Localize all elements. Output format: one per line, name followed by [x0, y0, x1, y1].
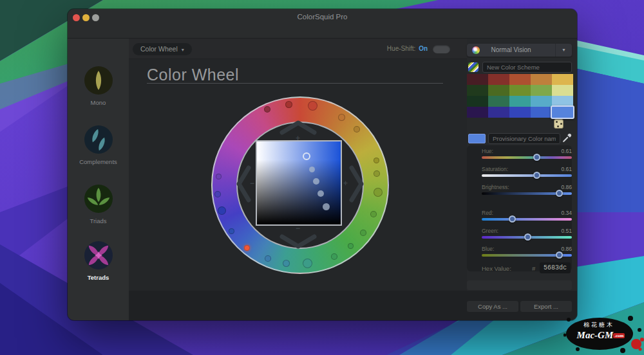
sidebar-item-label: Mono	[68, 99, 129, 106]
swatch[interactable]	[531, 74, 552, 85]
wheel-color-dot[interactable]	[374, 158, 379, 163]
app-window: ColorSquid Pro Mono Complement	[68, 9, 577, 320]
nudge-up-icon[interactable]	[279, 120, 317, 135]
sidebar-item-label: Triads	[68, 217, 129, 224]
wheel-color-dot[interactable]	[354, 126, 360, 132]
sidebar: Mono Complements	[68, 39, 129, 320]
slider-saturation[interactable]: Saturation:0.61	[482, 166, 572, 181]
swatch[interactable]	[488, 107, 509, 118]
swatch[interactable]	[551, 105, 574, 119]
swatch[interactable]	[552, 74, 573, 85]
wheel-color-dot[interactable]	[370, 211, 377, 217]
slider-thumb[interactable]	[533, 154, 540, 161]
nudge-left-icon[interactable]	[236, 165, 251, 203]
hex-row: Hex Value: # 5683dc	[467, 262, 572, 274]
current-color-swatch[interactable]	[468, 134, 486, 143]
swatch[interactable]	[552, 85, 573, 96]
sidebar-item-mono[interactable]: Mono	[68, 66, 129, 106]
wheel-color-dot[interactable]	[229, 228, 234, 234]
selected-hue-marker[interactable]	[244, 245, 250, 251]
slider-thumb[interactable]	[556, 190, 563, 197]
wheel-color-dot[interactable]	[216, 174, 222, 179]
slider-value: 0.61	[561, 166, 572, 172]
hue-shift-state: On	[419, 45, 428, 52]
slider-thumb[interactable]	[533, 172, 540, 179]
slider-track[interactable]	[482, 174, 572, 177]
wheel-color-dot[interactable]	[265, 255, 271, 262]
striped-scheme-icon	[468, 62, 478, 72]
triads-leaves-icon	[84, 184, 113, 214]
swatch[interactable]	[531, 107, 552, 118]
view-selector-dropdown[interactable]: Color Wheel▾	[133, 43, 192, 55]
slider-brightness[interactable]: Brightness:0.86	[482, 184, 572, 199]
wheel-color-dot[interactable]	[303, 259, 312, 268]
slider-green[interactable]: Green:0.51	[482, 228, 572, 243]
shade-dot[interactable]	[317, 190, 324, 197]
vision-mode-value: Normal Vision	[467, 44, 555, 57]
swatch[interactable]	[531, 85, 552, 96]
watermark: 棉花糖木 Mac-GM.com	[564, 311, 644, 355]
randomize-dice-icon[interactable]	[554, 119, 564, 129]
wheel-color-dot[interactable]	[218, 206, 226, 215]
shade-dot[interactable]	[309, 167, 315, 172]
titlebar[interactable]: ColorSquid Pro	[68, 9, 577, 39]
slider-thumb[interactable]	[524, 233, 531, 241]
wheel-color-dot[interactable]	[331, 253, 337, 260]
slider-label: Hue:	[482, 148, 493, 154]
shade-dot[interactable]	[303, 152, 310, 160]
nudge-down-icon[interactable]	[279, 234, 317, 250]
swatch[interactable]	[509, 74, 531, 85]
saturation-brightness-square[interactable]	[256, 140, 342, 226]
slider-red[interactable]: Red:0.34	[482, 210, 572, 225]
swatch[interactable]	[488, 74, 509, 85]
title-divider	[147, 83, 443, 84]
color-name-input[interactable]	[488, 133, 560, 144]
sidebar-item-complements[interactable]: Complements	[68, 125, 129, 165]
wheel-color-dot[interactable]	[214, 191, 221, 197]
chevron-down-icon[interactable]: ▼	[555, 44, 572, 57]
scheme-name-input[interactable]	[482, 62, 572, 73]
hex-value-field[interactable]: 5683dc	[540, 262, 571, 273]
shade-dot[interactable]	[313, 178, 319, 185]
sidebar-item-label: Complements	[68, 158, 129, 165]
wheel-color-dot[interactable]	[285, 101, 292, 108]
hex-label: Hex Value:	[482, 265, 511, 272]
vision-mode-dropdown[interactable]: Normal Vision ▼	[467, 44, 572, 57]
slider-thumb[interactable]	[556, 251, 563, 259]
wheel-color-dot[interactable]	[264, 106, 270, 113]
slider-blue[interactable]: Blue:0.86	[482, 246, 572, 261]
copy-as-button[interactable]: Copy As ...	[467, 301, 518, 312]
eyedropper-icon[interactable]	[562, 132, 573, 143]
slider-hue[interactable]: Hue:0.61	[482, 148, 572, 163]
swatch[interactable]	[531, 96, 552, 107]
hue-shift-toggle[interactable]	[433, 45, 450, 53]
wheel-color-dot[interactable]	[338, 114, 345, 121]
nudge-right-plus: +	[343, 179, 348, 188]
slider-track[interactable]	[482, 156, 572, 159]
swatch[interactable]	[467, 96, 488, 107]
wheel-color-dot[interactable]	[348, 243, 354, 249]
swatch[interactable]	[509, 96, 531, 107]
hue-shift-label: Hue-Shift:	[387, 45, 415, 52]
sidebar-item-tetrads[interactable]: Tetrads	[68, 241, 129, 281]
slider-value: 0.61	[561, 148, 572, 154]
wheel-color-dot[interactable]	[374, 170, 380, 177]
swatch[interactable]	[467, 85, 488, 96]
slider-track[interactable]	[482, 218, 572, 221]
nudge-right-icon[interactable]	[349, 165, 365, 203]
wheel-color-dot[interactable]	[374, 188, 383, 197]
swatch[interactable]	[467, 74, 488, 85]
wheel-color-dot[interactable]	[360, 230, 366, 236]
wheel-color-dot[interactable]	[308, 101, 317, 111]
swatch[interactable]	[509, 85, 531, 96]
swatch[interactable]	[509, 107, 531, 118]
wheel-color-dot[interactable]	[283, 260, 290, 267]
mono-leaf-icon	[84, 66, 113, 95]
shade-dot[interactable]	[323, 203, 330, 210]
sidebar-item-label: Tetrads	[68, 274, 129, 281]
sidebar-item-triads[interactable]: Triads	[68, 184, 129, 224]
swatch[interactable]	[488, 96, 509, 107]
swatch[interactable]	[488, 85, 509, 96]
swatch[interactable]	[467, 107, 488, 118]
slider-thumb[interactable]	[509, 215, 516, 223]
